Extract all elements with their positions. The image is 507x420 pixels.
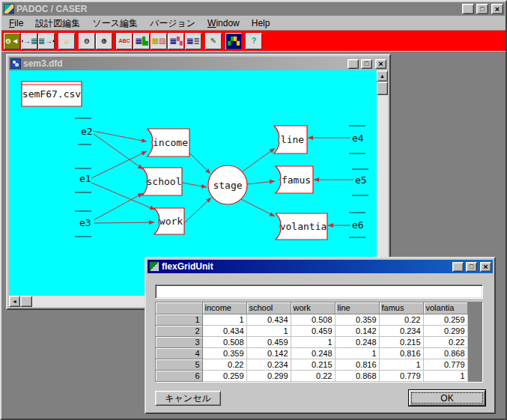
grid-cell[interactable]: 0.779 — [423, 359, 467, 370]
menu-item-source-edit[interactable]: ソース編集 — [86, 16, 144, 31]
dialog-text-input[interactable] — [155, 284, 483, 299]
grid-col-header[interactable]: volantia — [423, 302, 467, 314]
grid-cell[interactable]: 0.22 — [291, 370, 335, 381]
grid-cell[interactable]: 0.248 — [291, 347, 335, 359]
grid-col-header[interactable]: income — [202, 302, 246, 314]
grid-cell[interactable]: 0.259 — [423, 314, 467, 325]
image-chart-button[interactable]: ▦▙ — [133, 33, 150, 49]
grid-cell[interactable]: 0.215 — [379, 336, 423, 347]
minimize-button[interactable]: _ — [462, 4, 474, 14]
maximize-button[interactable]: □ — [476, 4, 488, 14]
scroll-left-button[interactable]: ◄ — [9, 296, 20, 307]
ok-button[interactable]: OK — [408, 389, 486, 407]
grid-row: 60.2590.2990.220.8680.7791 — [156, 370, 467, 381]
grid-cell[interactable]: 0.359 — [335, 314, 379, 325]
mdi-area: sem3.dfd _ □ × semF67.csvincomeschoolwor… — [1, 51, 506, 419]
hscroll-thumb[interactable] — [20, 296, 32, 307]
grid-cell[interactable]: 1 — [291, 336, 335, 347]
grid-cell[interactable]: 0.508 — [202, 336, 246, 347]
grid-col-header[interactable]: famus — [379, 302, 423, 314]
sem3-title: sem3.dfd — [23, 58, 345, 69]
dialog-close-button[interactable]: × — [480, 262, 491, 272]
grid-cell[interactable]: 0.434 — [246, 314, 291, 325]
dialog-minimize-button[interactable]: _ — [452, 262, 464, 272]
grid-cell[interactable]: 0.22 — [379, 314, 423, 325]
grid-cell[interactable]: 0.22 — [423, 336, 467, 347]
pattern-button[interactable]: ▩▨ — [151, 33, 167, 49]
grid-row-header[interactable]: 3 — [156, 336, 202, 347]
image-tree-button[interactable]: ▦≣ — [185, 33, 201, 49]
open-folder-button[interactable]: ⌂ — [58, 33, 75, 49]
grid-cell[interactable]: 0.234 — [246, 359, 291, 370]
menu-item-window[interactable]: Window — [201, 16, 246, 30]
grid-cell[interactable]: 1 — [202, 314, 246, 325]
zoom-in-button[interactable]: ⊕ — [96, 33, 112, 49]
grid-cell[interactable]: 0.816 — [335, 359, 379, 370]
node-label-volantia: volantia — [276, 213, 327, 240]
image-blocks-button[interactable]: ▦▚ — [168, 33, 184, 49]
grid-cell[interactable]: 0.248 — [335, 336, 379, 347]
sem3-maximize-button[interactable]: □ — [361, 59, 372, 69]
grid-cell[interactable]: 0.142 — [246, 347, 291, 359]
zoom-out-button[interactable]: ⊖ — [79, 33, 95, 49]
menu-item-file[interactable]: File — [3, 16, 29, 30]
grid-cell[interactable]: 0.816 — [379, 347, 423, 359]
grid-row-header[interactable]: 2 — [156, 325, 202, 336]
grid-col-header[interactable]: school — [246, 302, 291, 314]
grid-cell[interactable]: 0.868 — [335, 370, 379, 381]
sem3-close-button[interactable]: × — [375, 59, 386, 69]
grid-cell[interactable]: 1 — [246, 325, 291, 336]
grid-cell[interactable]: 0.868 — [423, 347, 467, 359]
menu-item-version[interactable]: バージョン — [144, 16, 201, 31]
menu-item-help[interactable]: Help — [246, 16, 276, 30]
dialog-icon — [149, 261, 160, 272]
grid-cell[interactable]: 0.459 — [246, 336, 291, 347]
grid-cell[interactable]: 0.22 — [202, 359, 246, 370]
grid-col-header[interactable]: work — [291, 302, 335, 314]
grid-cell[interactable]: 0.508 — [291, 314, 335, 325]
image-to-save-button[interactable]: ▦→▪ — [38, 33, 55, 49]
menu-item-design-edit[interactable]: 設計図編集 — [29, 16, 86, 31]
grid-corner-cell[interactable] — [156, 302, 202, 314]
text-abc-button[interactable]: ABC — [116, 33, 133, 49]
grid-cell[interactable]: 1 — [335, 347, 379, 359]
vscroll-thumb[interactable] — [377, 82, 388, 95]
cancel-button[interactable]: キャンセル — [155, 391, 221, 406]
error-label-e5[interactable]: e5 — [355, 174, 367, 186]
dialog-maximize-button[interactable]: □ — [466, 262, 477, 272]
grid-row-header[interactable]: 4 — [156, 347, 202, 359]
connect-plug-button[interactable]: ⊖◄ — [4, 33, 20, 49]
arrow-stage-to-line — [243, 148, 275, 171]
save-to-image-button[interactable]: ▪→▦ — [21, 33, 37, 49]
grid-cell[interactable]: 1 — [379, 359, 423, 370]
grid-cell[interactable]: 0.215 — [291, 359, 335, 370]
help-button[interactable]: ? — [246, 33, 262, 49]
flowgrid-button[interactable]: ▞▚ — [225, 33, 242, 49]
scroll-up-button[interactable]: ▲ — [377, 70, 388, 82]
error-label-e6[interactable]: e6 — [352, 219, 364, 231]
grid-cell[interactable]: 0.142 — [335, 325, 379, 336]
error-label-e1[interactable]: e1 — [79, 173, 91, 184]
grid-row: 40.3590.1420.24810.8160.868 — [156, 347, 467, 359]
grid-col-header[interactable]: line — [335, 302, 379, 314]
error-label-e2[interactable]: e2 — [81, 126, 93, 137]
grid-cell[interactable]: 0.259 — [202, 370, 246, 381]
close-button[interactable]: × — [491, 4, 503, 14]
node-label-csv: semF67.csv — [22, 82, 82, 106]
grid-cell[interactable]: 0.779 — [379, 370, 423, 381]
error-label-e4[interactable]: e4 — [352, 133, 364, 144]
grid-row-header[interactable]: 6 — [156, 370, 202, 381]
grid-row-header[interactable]: 1 — [156, 314, 202, 325]
grid-row-header[interactable]: 5 — [156, 359, 202, 370]
grid-cell[interactable]: 0.459 — [291, 325, 335, 336]
grid-cell[interactable]: 0.299 — [246, 370, 291, 381]
grid-cell[interactable]: 0.299 — [423, 325, 467, 336]
comment-note-button[interactable]: ✎ — [205, 33, 222, 49]
node-label-famus: famus — [276, 166, 313, 193]
grid-cell[interactable]: 0.234 — [379, 325, 423, 336]
grid-cell[interactable]: 0.359 — [202, 347, 246, 359]
grid-cell[interactable]: 0.434 — [202, 325, 246, 336]
sem3-minimize-button[interactable]: _ — [347, 59, 359, 69]
grid-cell[interactable]: 1 — [423, 370, 467, 381]
error-label-e3[interactable]: e3 — [79, 217, 91, 228]
